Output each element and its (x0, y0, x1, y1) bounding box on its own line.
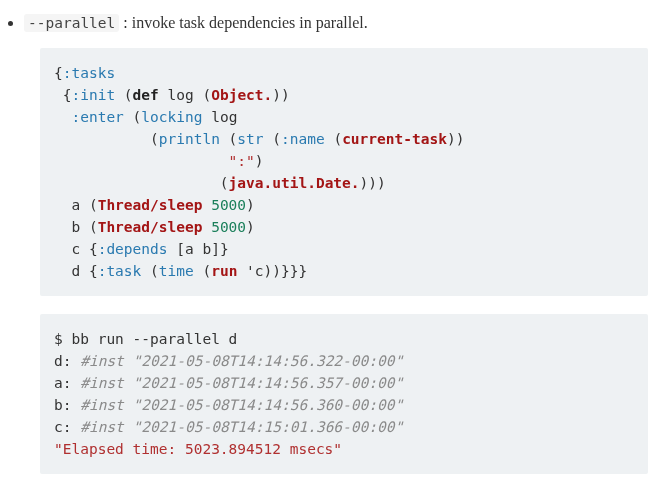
flag-code: --parallel (24, 14, 119, 32)
fn-thread-sleep: Thread/sleep (98, 197, 203, 213)
fn-locking: locking (141, 109, 202, 125)
tok (54, 109, 71, 125)
tok: ( (141, 263, 158, 279)
out-inst-a: #inst "2021-05-08T14:14:56.357-00:00" (80, 375, 403, 391)
tok: ( (325, 131, 342, 147)
tok (54, 153, 229, 169)
class-object: Object. (211, 87, 272, 103)
keyword-enter: :enter (71, 109, 123, 125)
tok: )) (272, 87, 289, 103)
bullet-list: --parallel : invoke task dependencies in… (24, 10, 648, 36)
tok (202, 197, 211, 213)
code-block-output: $ bb run --parallel d d: #inst "2021-05-… (40, 314, 648, 474)
tok: ( (115, 87, 132, 103)
keyword-name: :name (281, 131, 325, 147)
fn-str: str (237, 131, 263, 147)
keyword-depends: :depends (98, 241, 168, 257)
tok: ( (264, 131, 281, 147)
tok: b ( (54, 219, 98, 235)
tok: c { (54, 241, 98, 257)
class-date: java.util.Date. (229, 175, 360, 191)
page: --parallel : invoke task dependencies in… (0, 0, 664, 501)
string-colon: ":" (229, 153, 255, 169)
code-block-tasks: {:tasks {:init (def log (Object.)) :ente… (40, 48, 648, 296)
tok: { (54, 87, 71, 103)
bullet-item: --parallel : invoke task dependencies in… (24, 10, 648, 36)
keyword-def: def (133, 87, 159, 103)
shell-prompt-line: $ bb run --parallel d (54, 331, 237, 347)
tok: log (202, 109, 237, 125)
tok: log ( (159, 87, 211, 103)
tok: a ( (54, 197, 98, 213)
out-label-d: d: (54, 353, 80, 369)
tok: ( (54, 175, 229, 191)
tok (202, 219, 211, 235)
out-elapsed: "Elapsed time: 5023.894512 msecs" (54, 441, 342, 457)
fn-current-task: current-task (342, 131, 447, 147)
tok: ))) (360, 175, 386, 191)
tok: ) (246, 197, 255, 213)
keyword-init: :init (71, 87, 115, 103)
tok: ) (246, 219, 255, 235)
tok: ) (255, 153, 264, 169)
num-5000: 5000 (211, 197, 246, 213)
tok: ( (54, 131, 159, 147)
keyword-tasks: :tasks (63, 65, 115, 81)
num-5000: 5000 (211, 219, 246, 235)
out-label-c: c: (54, 419, 80, 435)
fn-thread-sleep: Thread/sleep (98, 219, 203, 235)
tok: ( (124, 109, 141, 125)
out-inst-d: #inst "2021-05-08T14:14:56.322-00:00" (80, 353, 403, 369)
fn-time: time (159, 263, 194, 279)
out-label-a: a: (54, 375, 80, 391)
keyword-task: :task (98, 263, 142, 279)
tok: ( (220, 131, 237, 147)
bullet-desc: : invoke task dependencies in parallel. (119, 14, 367, 31)
tok: { (54, 65, 63, 81)
out-inst-c: #inst "2021-05-08T14:15:01.366-00:00" (80, 419, 403, 435)
tok: 'c))}}} (237, 263, 307, 279)
tok: )) (447, 131, 464, 147)
fn-println: println (159, 131, 220, 147)
tok: [a b]} (168, 241, 229, 257)
fn-run: run (211, 263, 237, 279)
out-inst-b: #inst "2021-05-08T14:14:56.360-00:00" (80, 397, 403, 413)
tok: d { (54, 263, 98, 279)
tok: ( (194, 263, 211, 279)
out-label-b: b: (54, 397, 80, 413)
